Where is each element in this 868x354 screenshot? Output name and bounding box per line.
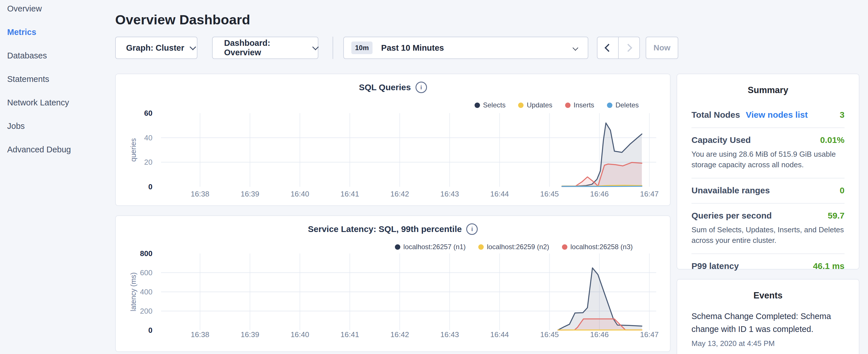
legend-item-localhost-26259-n2[interactable]: localhost:26259 (n2) — [478, 243, 549, 251]
summary-title: Summary — [691, 85, 844, 95]
summary-value: 59.7 — [828, 211, 844, 221]
legend-dot-icon — [395, 244, 400, 250]
series-line-deletes — [562, 186, 642, 187]
svg-text:16:46: 16:46 — [590, 190, 609, 198]
sidebar-item-network-latency[interactable]: Network Latency — [0, 98, 115, 122]
chevron-right-icon — [624, 44, 632, 52]
legend-item-inserts[interactable]: Inserts — [565, 101, 594, 109]
event-text: Schema Change Completed: Schema change w… — [691, 310, 844, 336]
svg-text:200: 200 — [140, 307, 152, 315]
svg-text:16:47: 16:47 — [640, 330, 658, 339]
legend-label: localhost:26259 (n2) — [487, 243, 549, 251]
graph-scope-label: Graph: Cluster — [126, 43, 184, 53]
chart-legend: localhost:26257 (n1)localhost:26259 (n2)… — [395, 243, 633, 251]
sidebar-item-jobs[interactable]: Jobs — [0, 122, 115, 145]
info-icon[interactable]: i — [415, 82, 427, 93]
svg-text:16:44: 16:44 — [490, 330, 509, 339]
svg-text:16:38: 16:38 — [191, 330, 209, 339]
legend-item-deletes[interactable]: Deletes — [607, 101, 639, 109]
time-range-dropdown[interactable]: 10m Past 10 Minutes — [343, 37, 588, 59]
events-title: Events — [691, 290, 844, 301]
summary-label: Unavailable ranges — [691, 186, 770, 195]
service-latency-card: Service Latency: SQL, 99th percentile i … — [115, 215, 671, 352]
service-latency-chart[interactable]: 16:3816:3916:4016:4116:4216:4316:4416:45… — [116, 250, 671, 353]
time-next-button[interactable] — [618, 37, 639, 58]
svg-text:16:44: 16:44 — [490, 190, 509, 198]
time-range-label: Past 10 Minutes — [381, 43, 444, 53]
overview-dashboard-page: { "sidebar": { "items": [ {"label": "Ove… — [0, 0, 868, 354]
view-nodes-list-link[interactable]: View nodes list — [746, 110, 808, 120]
sidebar-item-overview[interactable]: Overview — [0, 4, 115, 28]
svg-text:0: 0 — [149, 183, 152, 191]
summary-label: Queries per second — [691, 211, 772, 221]
legend-dot-icon — [562, 244, 567, 250]
svg-text:16:41: 16:41 — [340, 190, 359, 198]
time-prev-button[interactable] — [597, 37, 618, 58]
svg-text:0: 0 — [149, 326, 152, 334]
sidebar-item-metrics[interactable]: Metrics — [0, 28, 115, 51]
graph-scope-dropdown[interactable]: Graph: Cluster — [115, 37, 197, 59]
legend-item-localhost-26258-n3[interactable]: localhost:26258 (n3) — [562, 243, 633, 251]
svg-text:16:39: 16:39 — [241, 190, 259, 198]
chart-title: SQL Queries — [359, 83, 411, 92]
legend-dot-icon — [607, 102, 612, 108]
svg-text:16:41: 16:41 — [340, 330, 359, 339]
summary-panel: Summary Total NodesView nodes list3Capac… — [677, 74, 859, 269]
sql-queries-chart[interactable]: 16:3816:3916:4016:4116:4216:4316:4416:45… — [116, 108, 671, 206]
svg-text:800: 800 — [140, 250, 152, 258]
svg-text:60: 60 — [144, 109, 152, 118]
summary-row-queries-per-second: Queries per second59.7Sum of Selects, Up… — [691, 204, 844, 254]
sql-queries-card: SQL Queries i SelectsUpdatesInsertsDelet… — [115, 74, 671, 206]
svg-text:40: 40 — [144, 133, 152, 142]
legend-dot-icon — [565, 102, 570, 108]
legend-label: localhost:26257 (n1) — [403, 243, 466, 251]
sidebar: OverviewMetricsDatabasesStatementsNetwor… — [0, 0, 115, 354]
summary-row-total-nodes: Total NodesView nodes list3 — [691, 103, 844, 128]
summary-row-unavailable-ranges: Unavailable ranges0 — [691, 179, 844, 204]
svg-text:16:45: 16:45 — [540, 330, 559, 339]
svg-text:16:43: 16:43 — [440, 330, 459, 339]
dashboard-dropdown[interactable]: Dashboard: Overview — [212, 37, 318, 59]
svg-text:16:39: 16:39 — [241, 330, 259, 339]
page-title: Overview Dashboard — [115, 12, 250, 28]
svg-text:latency (ms): latency (ms) — [129, 272, 137, 311]
svg-text:queries: queries — [129, 138, 137, 162]
svg-text:16:42: 16:42 — [390, 330, 409, 339]
legend-item-selects[interactable]: Selects — [474, 101, 506, 109]
summary-row-p99-latency: P99 latency46.1 ms — [691, 254, 844, 279]
event-timestamp: May 13, 2020 at 4:45 PM — [691, 339, 844, 348]
chevron-down-icon — [572, 45, 578, 51]
summary-value: 0.01% — [820, 135, 844, 145]
svg-text:20: 20 — [144, 158, 152, 166]
svg-text:16:38: 16:38 — [191, 190, 209, 198]
chart-title: Service Latency: SQL, 99th percentile — [308, 224, 462, 234]
info-icon[interactable]: i — [466, 223, 478, 235]
svg-text:16:42: 16:42 — [390, 190, 409, 198]
legend-item-updates[interactable]: Updates — [518, 101, 552, 109]
dashboard-label: Dashboard: Overview — [224, 38, 307, 57]
legend-item-localhost-26257-n1[interactable]: localhost:26257 (n1) — [395, 243, 466, 251]
summary-description: You are using 28.6 MiB of 515.9 GiB usab… — [691, 149, 844, 170]
chevron-down-icon — [312, 44, 319, 50]
sidebar-item-databases[interactable]: Databases — [0, 51, 115, 74]
legend-dot-icon — [478, 244, 484, 250]
svg-text:600: 600 — [140, 268, 152, 277]
legend-label: Updates — [527, 101, 552, 109]
time-range-badge: 10m — [351, 41, 373, 54]
summary-label: Capacity Used — [691, 135, 751, 145]
legend-label: Selects — [483, 101, 506, 109]
summary-value: 46.1 ms — [813, 261, 844, 271]
svg-text:16:40: 16:40 — [290, 190, 309, 198]
svg-text:16:40: 16:40 — [290, 330, 309, 339]
svg-text:400: 400 — [140, 288, 152, 296]
legend-label: Inserts — [574, 101, 594, 109]
event-item[interactable]: Schema Change Completed: Schema change w… — [691, 310, 844, 348]
chevron-down-icon — [190, 44, 196, 51]
sidebar-item-statements[interactable]: Statements — [0, 74, 115, 98]
legend-label: Deletes — [616, 101, 639, 109]
svg-text:16:46: 16:46 — [590, 330, 609, 339]
svg-text:16:47: 16:47 — [640, 190, 658, 198]
now-button[interactable]: Now — [646, 37, 678, 59]
sidebar-item-advanced-debug[interactable]: Advanced Debug — [0, 145, 115, 168]
legend-dot-icon — [518, 102, 524, 108]
